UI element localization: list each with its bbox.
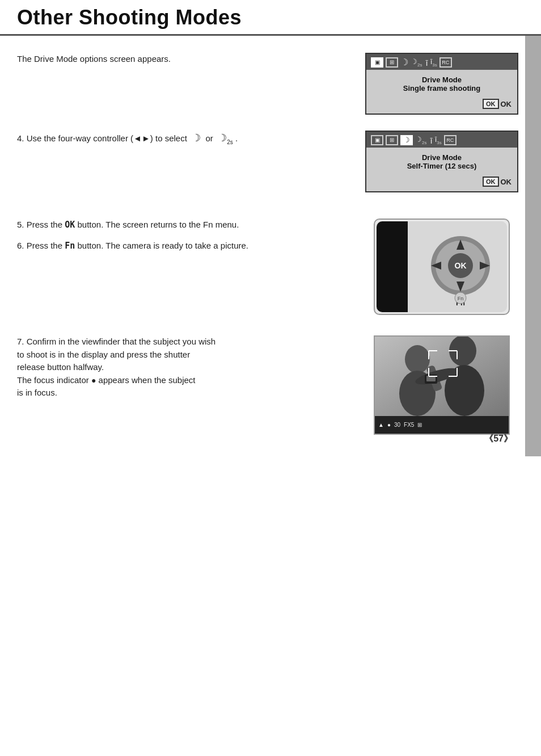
remote-icon-2: RC [444,135,457,145]
status-dot: ● [387,422,391,428]
self-timer-icon-selected: ☽ [400,135,413,145]
burst-3s-icon-2: ī3s [435,136,442,145]
burst-3s-icon: ī3s [430,58,437,68]
step5-paragraph: 5. Press the OK button. The screen retur… [17,219,348,232]
step4-text-col: 4. Use the four-way controller (◄►) to s… [17,131,360,152]
drive-box1-ok: OK OK [366,96,517,114]
intro-text-col: The Drive Mode options screen appears. [17,53,360,72]
page-title: Other Shooting Modes [17,6,524,30]
drive-submode-label-2: Self-Timer (12 secs) [372,162,512,170]
steps56-text-col: 5. Press the OK button. The screen retur… [17,219,360,258]
timer-icon-2: ī [430,136,432,145]
burst-icon-2: ⊞ [386,135,398,145]
drive-mode-box-1: ▣ ⊞ ☽ ☽2s ī ī3s RC Drive Mode Single fra… [365,53,518,115]
step7-line4: The focus indicator [17,375,91,385]
drive-box2-text: Drive Mode Self-Timer (12 secs) [366,148,517,174]
drive-box1-icons: ▣ ⊞ ☽ ☽2s ī ī3s RC [366,54,517,70]
single-frame-icon-2: ▣ [371,135,383,145]
drive-box1-col: ▣ ⊞ ☽ ☽2s ī ī3s RC Drive Mode Single fra… [360,53,524,115]
step7-text-col: 7. Confirm in the viewfinder that the su… [17,335,360,405]
status-value2: FX5 [404,422,414,428]
ok-label-2: OK [501,178,512,186]
step5-prefix: 5. Press the [17,220,65,229]
drive-box2-ok: OK OK [366,174,517,191]
svg-point-15 [405,345,430,373]
remote-icon: RC [439,57,452,68]
step7-line1: 7. Confirm in the viewfinder that the su… [17,337,215,346]
viewfinder-image: ▲ ● 30 FX5 ⊞ [374,335,510,435]
svg-rect-2 [402,221,408,312]
step4-period: . [233,133,238,143]
step6-prefix: 6. Press the [17,241,65,250]
ok-bold: OK [65,220,75,230]
drive-box2-icons: ▣ ⊞ ☽ ☽2s ī ī3s RC [366,132,517,148]
status-icon: ⊞ [417,422,422,428]
single-frame-icon: ▣ [371,57,383,68]
page-header: Other Shooting Modes [0,0,541,36]
ok-indicator-2: OK OK [483,177,512,187]
self-timer-sym: ☽ [192,132,201,144]
drive-box1-text: Drive Mode Single frame shooting [366,70,517,96]
right-arrow: ► [142,133,150,143]
step7-line6: is in focus. [17,388,57,397]
fn-bold: Fn [65,241,75,251]
section-step4: 4. Use the four-way controller (◄►) to s… [17,131,524,192]
intro-paragraph: The Drive Mode options screen appears. [17,53,348,66]
step7-line3: release button halfway. [17,362,104,372]
ok-indicator-1: OK OK [483,99,512,109]
step5-suffix: button. The screen returns to the Fn men… [75,220,239,229]
drive-mode-box-2: ▣ ⊞ ☽ ☽2s ī ī3s RC Drive Mode Self-Timer… [365,131,518,192]
self-timer-2s-sym: ☽2s [218,132,233,144]
ok-label-1: OK [501,100,512,108]
step4-text: 4. Use the four-way controller ( [17,133,133,143]
status-triangle: ▲ [378,422,384,428]
timer-icon: ī [425,58,428,67]
sidebar-strip [525,36,541,456]
or-text: or [201,133,218,143]
page-number: 《57》 [484,433,513,445]
main-content: The Drive Mode options screen appears. ▣… [0,36,541,456]
self-timer-2s-icon: ☽2s [411,58,422,68]
drive-box2-col: ▣ ⊞ ☽ ☽2s ī ī3s RC Drive Mode Self-Timer… [360,131,524,192]
people-svg [375,337,509,416]
step7-paragraph: 7. Confirm in the viewfinder that the su… [17,335,348,400]
section-intro: The Drive Mode options screen appears. ▣… [17,53,524,115]
ok-box-1: OK [483,99,499,109]
step6-paragraph: 6. Press the Fn button. The camera is re… [17,240,348,253]
section-step7: 7. Confirm in the viewfinder that the su… [17,335,524,435]
drive-mode-label-2: Drive Mode [372,153,512,162]
step4-paragraph: 4. Use the four-way controller (◄►) to s… [17,131,348,146]
step6-suffix: button. The camera is ready to take a pi… [75,241,248,250]
section-steps56: 5. Press the OK button. The screen retur… [17,219,524,315]
step4-text2: ) to select [150,133,192,143]
step7-line5: appears when the subject [96,375,195,385]
camera-btn-col: OK Fn Fn [360,219,524,315]
svg-text:OK: OK [455,261,467,270]
camera-button-image: OK Fn Fn [374,219,510,315]
self-timer-2s-icon-2: ☽2s [415,136,426,145]
drive-submmode-label-1: Single frame shooting [372,84,512,93]
ok-box-2: OK [483,177,499,187]
photo-area [375,337,509,416]
viewfinder-col: ▲ ● 30 FX5 ⊞ [360,335,524,435]
svg-text:Fn: Fn [458,296,464,301]
self-timer-12s-icon: ☽ [400,58,408,67]
status-bar: ▲ ● 30 FX5 ⊞ [375,416,509,434]
left-arrow: ◄ [133,133,142,143]
burst-icon: ⊞ [386,57,398,68]
status-value1: 30 [394,422,400,428]
camera-button-svg: OK Fn Fn [377,221,507,312]
step7-line2: to shoot is in the display and press the… [17,350,190,359]
drive-mode-label-1: Drive Mode [372,75,512,84]
